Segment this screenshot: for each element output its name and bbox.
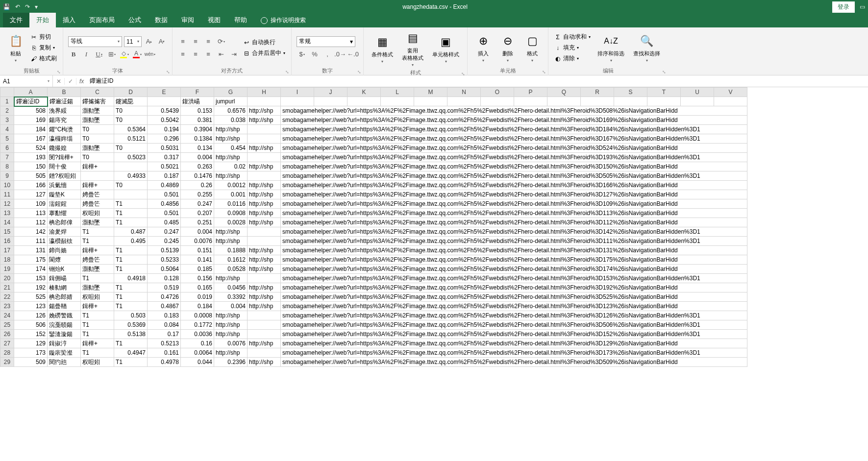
- cell[interactable]: 0.1612: [214, 255, 248, 265]
- cell[interactable]: 0.26: [181, 181, 214, 190]
- clear-button[interactable]: ◐清除▾: [553, 54, 592, 63]
- cell[interactable]: T1: [81, 320, 114, 330]
- cell[interactable]: 鏇庡巬瀣: [48, 348, 81, 358]
- col-header-Q[interactable]: Q: [547, 88, 581, 97]
- cell[interactable]: 0.153: [181, 106, 214, 116]
- cell[interactable]: 0.2396: [214, 358, 248, 367]
- cell[interactable]: 0.161: [148, 348, 181, 358]
- cell[interactable]: smobagamehelper://web?url=https%3A%2F%2F…: [281, 320, 747, 330]
- cell[interactable]: 0.16: [181, 339, 214, 348]
- cell[interactable]: [447, 97, 481, 106]
- cell[interactable]: 0.207: [181, 209, 214, 218]
- cell[interactable]: T1: [114, 199, 148, 209]
- cell[interactable]: smobagamehelper://web?url=https%3A%2F%2F…: [281, 302, 747, 311]
- cell[interactable]: 灝勬墜: [81, 265, 114, 274]
- cell[interactable]: http://shp: [214, 330, 248, 339]
- row-header[interactable]: 11: [0, 190, 14, 199]
- cell[interactable]: 0.0028: [214, 218, 248, 227]
- format-painter-button[interactable]: 🖌格式刷: [29, 54, 58, 63]
- cell[interactable]: T1: [81, 274, 114, 283]
- cell[interactable]: 131: [14, 246, 48, 255]
- cell[interactable]: 0.6576: [214, 106, 248, 116]
- cell[interactable]: http://shp: [248, 255, 281, 265]
- cell[interactable]: T0: [114, 116, 148, 125]
- cell[interactable]: 506: [14, 320, 48, 330]
- cell[interactable]: 112: [14, 218, 48, 227]
- row-header[interactable]: 23: [0, 302, 14, 311]
- cell[interactable]: 渝夎焊: [48, 227, 81, 237]
- cell[interactable]: 0.02: [214, 162, 248, 171]
- number-format-combo[interactable]: 常规▾: [297, 36, 355, 47]
- cell[interactable]: 0.0036: [181, 330, 214, 339]
- cell[interactable]: 167: [14, 134, 48, 144]
- col-header-J[interactable]: J: [314, 88, 347, 97]
- cell[interactable]: smobagamehelper://web?url=https%3A%2F%2F…: [281, 134, 747, 144]
- cell[interactable]: [248, 134, 281, 144]
- col-header-V[interactable]: V: [714, 88, 747, 97]
- col-header-K[interactable]: K: [347, 88, 381, 97]
- row-header[interactable]: 28: [0, 348, 14, 358]
- col-header-H[interactable]: H: [248, 88, 281, 97]
- cell[interactable]: [248, 348, 281, 358]
- cell[interactable]: [248, 125, 281, 134]
- align-left-button[interactable]: ≡: [177, 49, 188, 60]
- row-header[interactable]: 29: [0, 358, 14, 367]
- cell[interactable]: 0.128: [148, 274, 181, 283]
- cell[interactable]: http://shp: [214, 171, 248, 181]
- cell[interactable]: T0: [81, 153, 114, 162]
- ribbon-display-icon[interactable]: ▭: [860, 3, 865, 10]
- cell[interactable]: 0.184: [181, 302, 214, 311]
- cell[interactable]: http://shp: [248, 358, 281, 367]
- row-header[interactable]: 14: [0, 218, 14, 227]
- cell[interactable]: 0.487: [114, 227, 148, 237]
- cell[interactable]: 0.1476: [181, 171, 214, 181]
- select-all-corner[interactable]: [0, 88, 14, 97]
- cell[interactable]: 0.263: [181, 162, 214, 171]
- cell[interactable]: 0.4933: [114, 171, 148, 181]
- font-name-combo[interactable]: 等线▾: [68, 36, 122, 47]
- cut-button[interactable]: ✂剪切: [29, 32, 58, 42]
- cell[interactable]: http://shp: [248, 199, 281, 209]
- qat-more-icon[interactable]: ▾: [35, 3, 38, 10]
- cell[interactable]: 0.519: [148, 283, 181, 292]
- row-header[interactable]: 6: [0, 144, 14, 153]
- cell[interactable]: 509: [14, 358, 48, 367]
- cell[interactable]: 0.501: [148, 209, 181, 218]
- cell[interactable]: http://shp: [248, 209, 281, 218]
- cell[interactable]: 0.251: [181, 218, 214, 227]
- cell[interactable]: 鑻遍泟ID: [14, 97, 48, 106]
- cell[interactable]: T1: [81, 348, 114, 358]
- cell[interactable]: 铏炲К: [48, 265, 81, 274]
- cell[interactable]: 0.004: [181, 153, 214, 162]
- align-middle-button[interactable]: ≡: [190, 36, 201, 47]
- cell[interactable]: 0.134: [181, 144, 214, 153]
- cell[interactable]: 0.084: [148, 320, 181, 330]
- cell[interactable]: 鍓樺+: [81, 302, 114, 311]
- cell[interactable]: T0: [114, 106, 148, 116]
- cell[interactable]: [581, 97, 614, 106]
- cell[interactable]: 0.245: [148, 237, 181, 246]
- indent-dec-button[interactable]: ⇤: [216, 49, 226, 60]
- row-header[interactable]: 16: [0, 237, 14, 246]
- cell[interactable]: 鍓樺+: [81, 339, 114, 348]
- cell[interactable]: [248, 274, 281, 283]
- accounting-button[interactable]: $▾: [297, 49, 307, 60]
- cell[interactable]: 0.001: [214, 190, 248, 199]
- table-format-button[interactable]: ▤套用 表格格式▾: [399, 29, 426, 68]
- row-header[interactable]: 17: [0, 246, 14, 255]
- cell[interactable]: http://shp: [248, 116, 281, 125]
- cell[interactable]: 0.0528: [214, 265, 248, 274]
- col-header-U[interactable]: U: [681, 88, 714, 97]
- cell[interactable]: smobagamehelper://web?url=https%3A%2F%2F…: [281, 246, 747, 255]
- cell[interactable]: 0.0116: [214, 199, 248, 209]
- cell[interactable]: [381, 97, 414, 106]
- cell[interactable]: 0.0076: [214, 339, 248, 348]
- cell[interactable]: [314, 97, 347, 106]
- delete-cells-button[interactable]: ⊖删除▾: [497, 32, 519, 64]
- cell[interactable]: smobagamehelper://web?url=https%3A%2F%2F…: [281, 292, 747, 302]
- row-header[interactable]: 12: [0, 199, 14, 209]
- cell[interactable]: 0.044: [181, 358, 214, 367]
- cell[interactable]: 0.5213: [148, 339, 181, 348]
- cell[interactable]: 鍓掓涥: [48, 339, 81, 348]
- cell[interactable]: [248, 227, 281, 237]
